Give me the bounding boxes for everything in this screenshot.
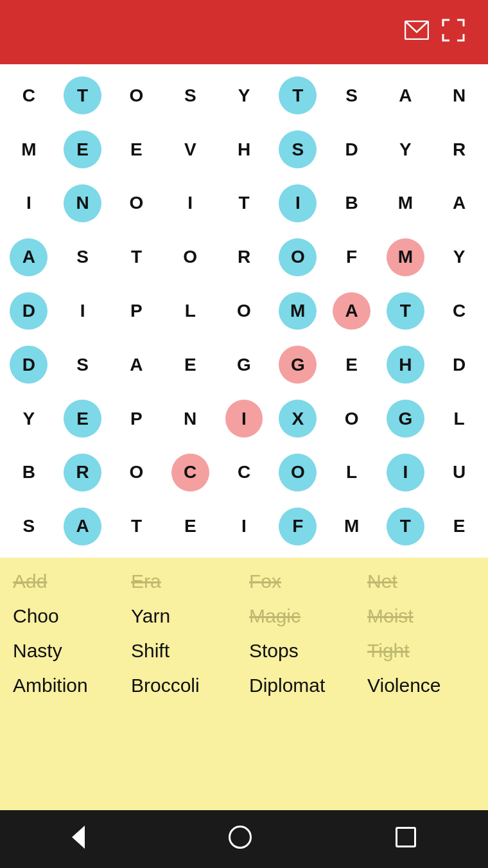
- top-bar: [0, 0, 488, 64]
- grid-cell-69[interactable]: L: [326, 446, 378, 499]
- grid-cell-79[interactable]: T: [379, 500, 431, 553]
- grid-cell-0[interactable]: C: [3, 69, 55, 122]
- email-icon: [405, 21, 429, 40]
- grid-cell-23[interactable]: I: [272, 177, 324, 230]
- word-item-violence: Violence: [365, 669, 478, 702]
- back-nav-button[interactable]: [72, 826, 85, 853]
- grid-cell-43[interactable]: T: [379, 285, 431, 337]
- word-item-net: Net: [365, 565, 478, 598]
- grid-cell-53[interactable]: D: [433, 339, 485, 391]
- grid-cell-61[interactable]: G: [379, 393, 431, 445]
- word-item-tight: Tight: [365, 635, 478, 667]
- grid-cell-67[interactable]: C: [218, 446, 270, 499]
- word-item-nasty: Nasty: [10, 635, 123, 667]
- grid-cell-45[interactable]: D: [3, 339, 55, 391]
- word-item-stops: Stops: [247, 635, 360, 667]
- grid-cell-25[interactable]: M: [379, 177, 431, 230]
- grid-cell-55[interactable]: E: [57, 393, 109, 445]
- grid-cell-38[interactable]: P: [110, 285, 163, 337]
- grid-cell-7[interactable]: A: [379, 69, 431, 122]
- grid-cell-33[interactable]: F: [326, 231, 378, 283]
- grid-cell-11[interactable]: E: [110, 123, 163, 176]
- grid-cell-20[interactable]: O: [110, 177, 163, 230]
- grid-cell-27[interactable]: A: [3, 231, 55, 283]
- grid-cell-48[interactable]: E: [164, 339, 216, 391]
- grid-cell-63[interactable]: B: [3, 446, 55, 499]
- grid-cell-32[interactable]: O: [272, 231, 324, 283]
- grid-cell-15[interactable]: D: [326, 123, 378, 176]
- grid-cell-41[interactable]: M: [272, 285, 324, 337]
- fullscreen-button[interactable]: [442, 19, 465, 46]
- grid-cell-80[interactable]: E: [433, 500, 485, 553]
- grid-cell-75[interactable]: E: [164, 500, 216, 553]
- grid-cell-16[interactable]: Y: [379, 123, 431, 176]
- grid-cell-47[interactable]: A: [110, 339, 163, 391]
- grid-cell-78[interactable]: M: [326, 500, 378, 553]
- word-item-add: Add: [10, 565, 123, 598]
- grid-cell-8[interactable]: N: [433, 69, 485, 122]
- grid-cell-74[interactable]: T: [110, 500, 163, 553]
- grid-cell-12[interactable]: V: [164, 123, 216, 176]
- grid-cell-68[interactable]: O: [272, 446, 324, 499]
- grid-cell-60[interactable]: O: [326, 393, 378, 445]
- grid-cell-1[interactable]: T: [57, 69, 109, 122]
- grid-cell-57[interactable]: N: [164, 393, 216, 445]
- grid-cell-50[interactable]: G: [272, 339, 324, 391]
- grid-cell-37[interactable]: I: [57, 285, 109, 337]
- grid-cell-17[interactable]: R: [433, 123, 485, 176]
- grid-cell-9[interactable]: M: [3, 123, 55, 176]
- grid-cell-19[interactable]: N: [57, 177, 109, 230]
- grid-cell-4[interactable]: Y: [218, 69, 270, 122]
- grid-cell-2[interactable]: O: [110, 69, 163, 122]
- grid-cell-71[interactable]: U: [433, 446, 485, 499]
- grid-cell-73[interactable]: A: [57, 500, 109, 553]
- grid-cell-77[interactable]: F: [272, 500, 324, 553]
- grid-cell-21[interactable]: I: [164, 177, 216, 230]
- grid-cell-70[interactable]: I: [379, 446, 431, 499]
- home-nav-button[interactable]: [229, 826, 252, 853]
- word-item-choo: Choo: [10, 600, 123, 632]
- grid-cell-10[interactable]: E: [57, 123, 109, 176]
- grid-cell-59[interactable]: X: [272, 393, 324, 445]
- grid-cell-65[interactable]: O: [110, 446, 163, 499]
- grid-cell-54[interactable]: Y: [3, 393, 55, 445]
- grid-cell-3[interactable]: S: [164, 69, 216, 122]
- grid-cell-29[interactable]: T: [110, 231, 163, 283]
- grid-cell-24[interactable]: B: [326, 177, 378, 230]
- grid-cell-72[interactable]: S: [3, 500, 55, 553]
- word-item-diplomat: Diplomat: [247, 669, 360, 702]
- grid-cell-44[interactable]: C: [433, 285, 485, 337]
- grid-cell-36[interactable]: D: [3, 285, 55, 337]
- grid-cell-30[interactable]: O: [164, 231, 216, 283]
- grid-cell-46[interactable]: S: [57, 339, 109, 391]
- word-item-shift: Shift: [128, 635, 241, 667]
- grid-cell-40[interactable]: O: [218, 285, 270, 337]
- grid-cell-76[interactable]: I: [218, 500, 270, 553]
- grid-cell-31[interactable]: R: [218, 231, 270, 283]
- grid-cell-49[interactable]: G: [218, 339, 270, 391]
- recent-nav-button[interactable]: [396, 827, 416, 852]
- grid-cell-35[interactable]: Y: [433, 231, 485, 283]
- grid-cell-5[interactable]: T: [272, 69, 324, 122]
- grid-cell-28[interactable]: S: [57, 231, 109, 283]
- grid-cell-52[interactable]: H: [379, 339, 431, 391]
- word-item-era: Era: [128, 565, 241, 598]
- grid-cell-42[interactable]: A: [326, 285, 378, 337]
- email-button[interactable]: [405, 21, 429, 44]
- grid-cell-26[interactable]: A: [433, 177, 485, 230]
- grid-cell-14[interactable]: S: [272, 123, 324, 176]
- grid-cell-39[interactable]: L: [164, 285, 216, 337]
- grid-cell-13[interactable]: H: [218, 123, 270, 176]
- grid-cell-18[interactable]: I: [3, 177, 55, 230]
- grid-cell-58[interactable]: I: [218, 393, 270, 445]
- grid-cell-62[interactable]: L: [433, 393, 485, 445]
- grid-cell-51[interactable]: E: [326, 339, 378, 391]
- grid-cell-22[interactable]: T: [218, 177, 270, 230]
- grid-cell-64[interactable]: R: [57, 446, 109, 499]
- grid-cell-66[interactable]: C: [164, 446, 216, 499]
- grid-cell-34[interactable]: M: [379, 231, 431, 283]
- grid-cell-6[interactable]: S: [326, 69, 378, 122]
- word-item-yarn: Yarn: [128, 600, 241, 632]
- grid-cell-56[interactable]: P: [110, 393, 163, 445]
- bottom-nav: [0, 810, 488, 868]
